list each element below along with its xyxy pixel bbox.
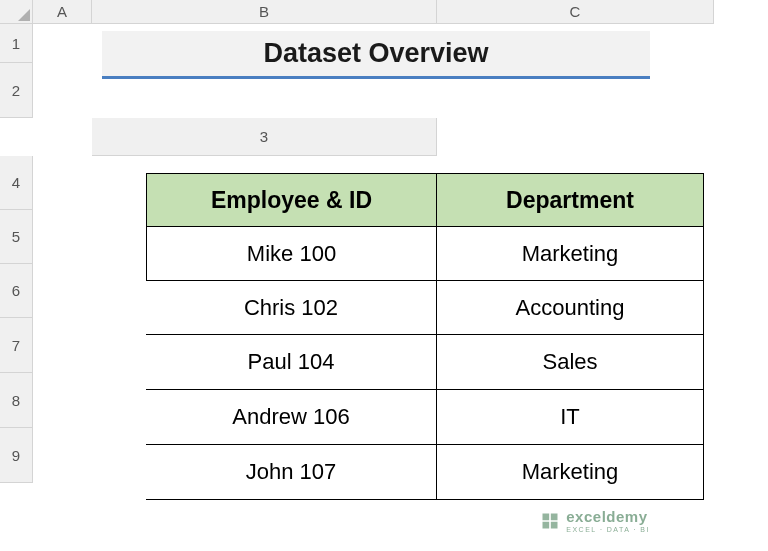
table-cell[interactable]: Marketing xyxy=(437,444,704,500)
cell-a9[interactable] xyxy=(33,428,92,483)
table-cell[interactable]: IT xyxy=(437,389,704,445)
cell-a3[interactable] xyxy=(437,118,714,156)
row-header-1[interactable]: 1 xyxy=(0,24,33,63)
table-cell[interactable]: Accounting xyxy=(437,280,704,335)
data-table: Employee & ID Department Mike 100 Market… xyxy=(146,173,704,500)
table-cell[interactable]: Andrew 106 xyxy=(146,389,437,445)
row-header-8[interactable]: 8 xyxy=(0,373,33,428)
page-title: Dataset Overview xyxy=(102,31,650,79)
cell-a1[interactable] xyxy=(33,24,92,63)
cell-a8[interactable] xyxy=(33,373,92,428)
table-header-employee[interactable]: Employee & ID xyxy=(146,173,437,227)
col-header-b[interactable]: B xyxy=(92,0,437,24)
row-header-4[interactable]: 4 xyxy=(0,156,33,210)
watermark-tagline: EXCEL · DATA · BI xyxy=(566,526,650,533)
row-header-2[interactable]: 2 xyxy=(0,63,33,118)
col-header-a[interactable]: A xyxy=(33,0,92,24)
cell-c2[interactable] xyxy=(33,118,92,156)
table-cell[interactable]: Paul 104 xyxy=(146,334,437,390)
logo-icon xyxy=(540,511,560,531)
cell-a5[interactable] xyxy=(33,210,92,264)
row-header-6[interactable]: 6 xyxy=(0,264,33,318)
table-cell[interactable]: Chris 102 xyxy=(146,280,437,335)
select-all-corner[interactable] xyxy=(0,0,33,24)
table-cell[interactable]: Marketing xyxy=(437,226,704,281)
row-header-3[interactable]: 3 xyxy=(92,118,437,156)
row-header-9[interactable]: 9 xyxy=(0,428,33,483)
row-header-5[interactable]: 5 xyxy=(0,210,33,264)
col-header-c[interactable]: C xyxy=(437,0,714,24)
watermark-name: exceldemy xyxy=(566,509,650,524)
row-header-7[interactable]: 7 xyxy=(0,318,33,373)
table-cell[interactable]: Mike 100 xyxy=(146,226,437,281)
cell-a4[interactable] xyxy=(33,156,92,210)
cell-b2[interactable] xyxy=(0,118,33,156)
table-cell[interactable]: John 107 xyxy=(146,444,437,500)
cell-a7[interactable] xyxy=(33,318,92,373)
table-header-department[interactable]: Department xyxy=(437,173,704,227)
watermark-logo: exceldemy EXCEL · DATA · BI xyxy=(540,509,650,533)
cell-a6[interactable] xyxy=(33,264,92,318)
cell-a2[interactable] xyxy=(33,63,92,118)
table-cell[interactable]: Sales xyxy=(437,334,704,390)
